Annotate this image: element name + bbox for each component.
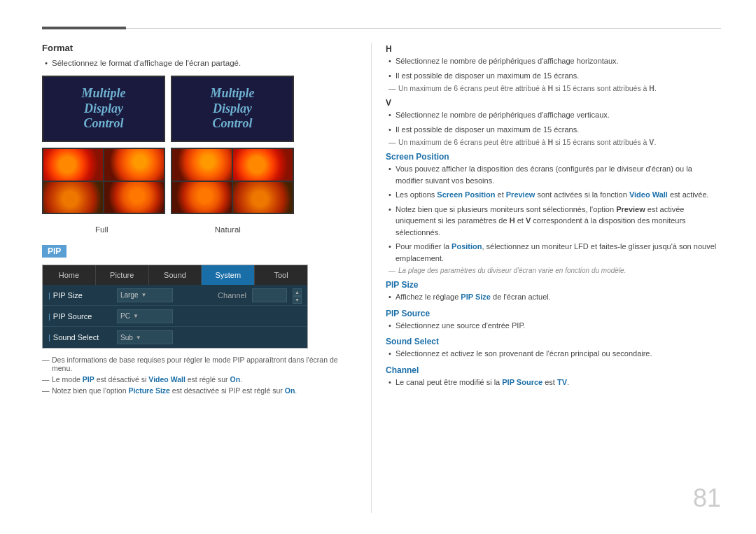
format-section: Format Sélectionnez le format d'affichag… bbox=[42, 43, 343, 234]
img-cell-8 bbox=[233, 182, 293, 213]
page-container: Format Sélectionnez le format d'affichag… bbox=[0, 0, 756, 534]
note2-pip: PIP bbox=[83, 375, 94, 384]
format-card-text-2: MultipleDisplayControl bbox=[210, 86, 254, 132]
sp-bullet-1: Vous pouvez afficher la disposition des … bbox=[386, 163, 721, 186]
label-natural: Natural bbox=[215, 225, 241, 234]
img-cell-5 bbox=[172, 149, 232, 181]
content-wrapper: Format Sélectionnez le format d'affichag… bbox=[42, 43, 721, 513]
note3-on: On bbox=[285, 386, 295, 395]
format-card-full-text: MultipleDisplayControl bbox=[42, 76, 165, 142]
right-column: H Sélectionnez le nombre de périphérique… bbox=[371, 43, 721, 513]
pip-channel-input[interactable] bbox=[252, 288, 287, 302]
note2-videowall: Video Wall bbox=[148, 375, 186, 384]
pip-sound-select[interactable]: Sub ▼ bbox=[117, 330, 173, 344]
pip-size-arrow-icon: ▼ bbox=[141, 292, 147, 298]
v-section: V Sélectionnez le nombre de périphérique… bbox=[386, 98, 721, 146]
pip-tab-picture[interactable]: Picture bbox=[96, 265, 149, 285]
v-bullet-2: Il est possible de disposer un maximum d… bbox=[386, 124, 721, 136]
note-2: Le mode PIP est désactivé si Video Wall … bbox=[42, 375, 343, 384]
sp-position: Position bbox=[451, 242, 482, 251]
pip-tab-tool[interactable]: Tool bbox=[255, 265, 307, 285]
img-cell-1 bbox=[43, 149, 103, 181]
sound-select-bullet: Sélectionnez et activez le son provenant… bbox=[386, 348, 721, 360]
format-card-text-1: MultipleDisplayControl bbox=[81, 86, 125, 132]
h-bullet-2: Il est possible de disposer un maximum d… bbox=[386, 70, 721, 82]
format-bullet: Sélectionnez le format d'affichage de l'… bbox=[42, 59, 343, 67]
pip-source-right-label: PIP Source bbox=[386, 309, 721, 318]
screen-position-section: Screen Position Vous pouvez afficher la … bbox=[386, 152, 721, 274]
channel-bullet: Le canal peut être modifié si la PIP Sou… bbox=[386, 377, 721, 388]
sound-select-right-label: Sound Select bbox=[386, 337, 721, 346]
note2-on: On bbox=[230, 375, 240, 384]
pip-source-label: PIP Source bbox=[48, 312, 111, 321]
pip-rows: PIP Size Large ▼ Channel ▲ ▼ bbox=[43, 285, 307, 348]
sp-preview: Preview bbox=[506, 190, 536, 199]
pip-tab-system[interactable]: System bbox=[202, 265, 255, 285]
pip-source-section: PIP Source Sélectionnez une source d'ent… bbox=[386, 309, 721, 332]
sp-bullet-4: Pour modifier la Position, sélectionnez … bbox=[386, 241, 721, 264]
pip-tab-home[interactable]: Home bbox=[43, 265, 96, 285]
channel-tv: TV bbox=[557, 378, 567, 386]
top-divider bbox=[42, 28, 721, 29]
pip-size-bullet: Affichez le réglage PIP Size de l'écran … bbox=[386, 291, 721, 303]
pip-size-highlight: PIP Size bbox=[461, 293, 491, 301]
pip-source-bullet: Sélectionnez une source d'entrée PIP. bbox=[386, 320, 721, 332]
pip-sound-label: Sound Select bbox=[48, 333, 111, 342]
pip-channel-label: Channel bbox=[218, 291, 246, 300]
notes-section: Des informations de base requises pour r… bbox=[42, 356, 343, 395]
sp-bullet-2: Les options Screen Position et Preview s… bbox=[386, 189, 721, 201]
img-cell-6 bbox=[233, 149, 293, 181]
pip-size-label: PIP Size bbox=[48, 291, 111, 300]
sp-note: La plage des paramètres du diviseur d'éc… bbox=[386, 267, 721, 274]
h-section: H Sélectionnez le nombre de périphérique… bbox=[386, 44, 721, 92]
v-bullet-1: Sélectionnez le nombre de périphériques … bbox=[386, 109, 721, 121]
note-1: Des informations de base requises pour r… bbox=[42, 356, 343, 372]
sp-videowall: Video Wall bbox=[629, 190, 668, 199]
note3-picturesize: Picture Size bbox=[128, 386, 170, 395]
pip-channel-stepper: ▲ ▼ bbox=[293, 288, 302, 302]
v-note: Un maximum de 6 écrans peut être attribu… bbox=[386, 138, 721, 146]
format-labels: Full Natural bbox=[42, 223, 294, 234]
channel-pipsource: PIP Source bbox=[502, 378, 542, 386]
h-bullet-1: Sélectionnez le nombre de périphériques … bbox=[386, 55, 721, 67]
h-label: H bbox=[386, 44, 721, 54]
pip-size-section: PIP Size Affichez le réglage PIP Size de… bbox=[386, 280, 721, 303]
image-grid-full bbox=[43, 149, 164, 213]
pip-size-right-label: PIP Size bbox=[386, 280, 721, 290]
sp-bullet-3: Notez bien que si plusieurs moniteurs so… bbox=[386, 204, 721, 239]
stepper-up[interactable]: ▲ bbox=[293, 288, 302, 296]
pip-row-source: PIP Source PC ▼ bbox=[43, 306, 307, 327]
left-column: Format Sélectionnez le format d'affichag… bbox=[42, 43, 343, 513]
pip-source-select[interactable]: PC ▼ bbox=[117, 309, 173, 323]
pip-sound-arrow-icon: ▼ bbox=[136, 335, 141, 341]
page-number: 81 bbox=[693, 484, 721, 513]
img-cell-3 bbox=[43, 182, 103, 213]
pip-section: PIP Home Picture Sound bbox=[42, 245, 343, 395]
v-label: V bbox=[386, 98, 721, 108]
pip-row-size: PIP Size Large ▼ Channel ▲ ▼ bbox=[43, 285, 307, 306]
stepper-down[interactable]: ▼ bbox=[293, 296, 302, 304]
h-note: Un maximum de 6 écrans peut être attribu… bbox=[386, 84, 721, 92]
pip-size-select[interactable]: Large ▼ bbox=[117, 288, 173, 302]
sp-screenpos: Screen Position bbox=[437, 190, 495, 199]
note-3: Notez bien que l'option Picture Size est… bbox=[42, 386, 343, 395]
screen-position-label: Screen Position bbox=[386, 152, 721, 162]
img-cell-2 bbox=[104, 149, 164, 181]
label-full: Full bbox=[95, 225, 108, 234]
pip-menu: Home Picture Sound System Tool bbox=[42, 265, 308, 349]
pip-tab-sound[interactable]: Sound bbox=[149, 265, 202, 285]
format-card-full-image bbox=[42, 148, 165, 214]
image-grid-natural bbox=[172, 149, 293, 213]
sound-select-section: Sound Select Sélectionnez et activez le … bbox=[386, 337, 721, 360]
pip-tabs: Home Picture Sound System Tool bbox=[43, 265, 307, 285]
channel-right-label: Channel bbox=[386, 365, 721, 375]
pip-source-arrow-icon: ▼ bbox=[133, 313, 139, 319]
pip-badge: PIP bbox=[42, 245, 66, 258]
format-card-natural-image bbox=[171, 148, 294, 214]
format-card-natural-text: MultipleDisplayControl bbox=[171, 76, 294, 142]
img-cell-4 bbox=[104, 182, 164, 213]
format-grid: MultipleDisplayControl MultipleDisplayCo… bbox=[42, 76, 294, 214]
channel-section: Channel Le canal peut être modifié si la… bbox=[386, 365, 721, 388]
pip-row-sound: Sound Select Sub ▼ bbox=[43, 327, 307, 348]
format-title: Format bbox=[42, 43, 343, 53]
